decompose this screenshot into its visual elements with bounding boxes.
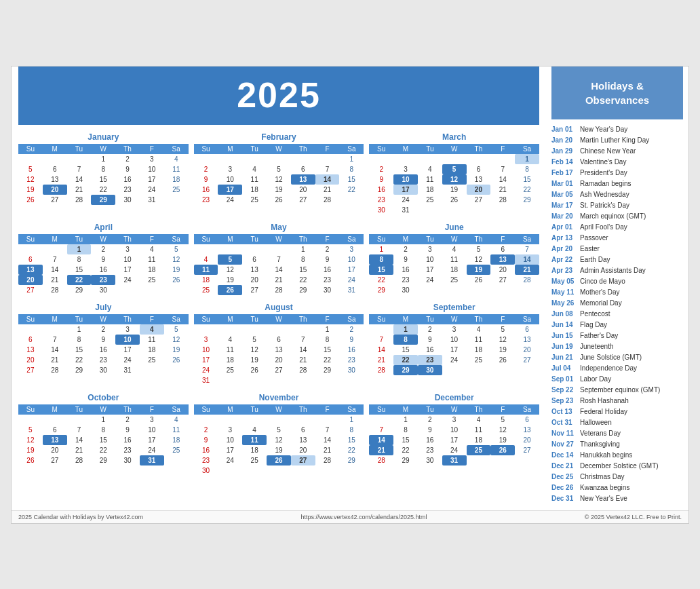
- day-cell: [267, 154, 291, 164]
- day-cell: 26: [218, 285, 242, 295]
- table-row: 11121314151617: [194, 265, 364, 275]
- list-item: Jul 04Independence Day: [551, 364, 683, 373]
- table-row: 2728293031: [18, 365, 189, 375]
- day-cell: 20: [515, 435, 539, 445]
- day-cell: 1: [339, 415, 364, 425]
- day-header: Tu: [242, 144, 267, 154]
- month-table: SuMTuWThFSa12345678910111213141516171819…: [369, 144, 539, 215]
- day-cell: 30: [418, 455, 442, 466]
- list-item: Oct 13Federal Holiday: [551, 407, 683, 417]
- day-cell: [291, 466, 315, 476]
- day-cell: 3: [194, 335, 218, 345]
- day-cell: 20: [291, 445, 315, 455]
- day-cell: 30: [393, 285, 418, 295]
- table-row: 17181920212223: [194, 355, 364, 365]
- day-header: Th: [115, 404, 140, 415]
- day-cell: 11: [242, 435, 267, 445]
- day-header: Th: [291, 144, 315, 154]
- day-cell: 27: [18, 365, 43, 375]
- day-header: Tu: [67, 404, 92, 415]
- day-cell: 22: [339, 445, 364, 455]
- day-cell: 5: [242, 335, 267, 345]
- day-cell: 11: [218, 345, 242, 355]
- day-cell: 13: [43, 174, 67, 185]
- day-header: Su: [369, 234, 393, 244]
- day-cell: 23: [418, 355, 442, 365]
- day-cell: 3: [115, 324, 140, 335]
- day-cell: 23: [194, 455, 218, 466]
- day-cell: [194, 415, 218, 425]
- day-cell: 11: [467, 425, 491, 435]
- table-row: 262728293031: [18, 455, 189, 466]
- day-cell: 6: [291, 425, 315, 435]
- day-cell: 6: [490, 244, 515, 254]
- day-cell: [164, 455, 189, 466]
- day-cell: 23: [315, 275, 340, 285]
- day-header: W: [267, 314, 291, 324]
- table-row: 282930: [369, 365, 539, 375]
- list-item: May 11Mother's Day: [551, 288, 683, 297]
- day-cell: 23: [115, 445, 140, 455]
- list-item: Dec 26Kwanzaa begins: [551, 483, 683, 493]
- day-cell: [194, 324, 218, 335]
- day-cell: 21: [369, 355, 393, 365]
- day-cell: 12: [467, 254, 491, 265]
- day-cell: 5: [267, 425, 291, 435]
- page: 2025 JanuarySuMTuWThFSa12345678910111213…: [11, 66, 689, 524]
- day-header: Th: [467, 314, 491, 324]
- day-header: F: [315, 314, 340, 324]
- day-cell: 1: [393, 324, 418, 335]
- day-cell: [467, 455, 491, 466]
- day-cell: 17: [115, 265, 140, 275]
- holiday-name: Federal Holiday: [580, 407, 627, 417]
- day-cell: 2: [194, 425, 218, 435]
- day-cell: [339, 375, 364, 385]
- day-cell: 4: [467, 324, 491, 335]
- day-cell: 16: [315, 265, 340, 275]
- day-cell: 7: [267, 254, 291, 265]
- day-cell: 22: [91, 185, 115, 195]
- day-cell: 19: [18, 185, 43, 195]
- list-item: Feb 17President's Day: [551, 168, 683, 178]
- day-cell: 16: [91, 345, 115, 355]
- day-header: M: [43, 314, 67, 324]
- day-cell: 30: [339, 365, 364, 375]
- holiday-name: Ash Wednesday: [580, 190, 629, 200]
- day-cell: 29: [515, 195, 539, 205]
- day-cell: 29: [393, 365, 418, 375]
- day-header: M: [218, 404, 242, 415]
- day-cell: 10: [140, 164, 164, 174]
- day-header: W: [442, 314, 467, 324]
- day-cell: 1: [67, 324, 92, 335]
- day-cell: 13: [490, 254, 515, 265]
- day-cell: [267, 324, 291, 335]
- day-cell: 3: [218, 164, 242, 174]
- list-item: Jun 15Father's Day: [551, 331, 683, 341]
- day-header: Su: [369, 144, 393, 154]
- day-cell: 4: [194, 254, 218, 265]
- day-cell: 22: [369, 275, 393, 285]
- months-grid: JanuarySuMTuWThFSa1234567891011121314151…: [18, 125, 539, 481]
- day-cell: [67, 415, 92, 425]
- holiday-name: New Year's Day: [580, 125, 627, 134]
- day-cell: 12: [242, 345, 267, 355]
- day-cell: 20: [242, 275, 267, 285]
- day-cell: 10: [418, 254, 442, 265]
- day-cell: [490, 154, 515, 164]
- holiday-date: May 11: [551, 288, 577, 297]
- list-item: Dec 31New Year's Eve: [551, 494, 683, 504]
- day-cell: 21: [515, 265, 539, 275]
- month-title: April: [18, 221, 189, 234]
- table-row: 30: [194, 466, 364, 476]
- day-cell: [291, 154, 315, 164]
- table-row: 12131415161718: [18, 174, 189, 185]
- day-cell: 8: [291, 254, 315, 265]
- day-cell: 8: [393, 425, 418, 435]
- day-cell: 13: [267, 345, 291, 355]
- holiday-date: Nov 27: [551, 440, 577, 449]
- day-cell: 28: [43, 365, 67, 375]
- holiday-name: Independence Day: [580, 364, 637, 373]
- table-row: 2345678: [194, 164, 364, 174]
- day-cell: [339, 195, 364, 205]
- day-cell: 14: [267, 265, 291, 275]
